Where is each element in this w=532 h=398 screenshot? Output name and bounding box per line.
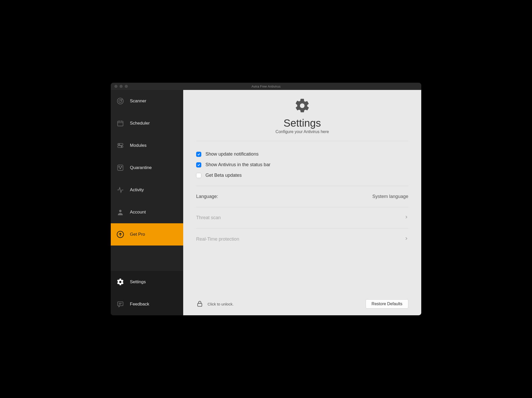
sidebar: Scanner Scheduler Modules bbox=[111, 90, 183, 315]
titlebar[interactable]: Avira Free Antivirus bbox=[111, 83, 421, 90]
svg-point-18 bbox=[119, 210, 121, 212]
page-subtitle: Configure your Antivirus here bbox=[276, 129, 329, 134]
page-title: Settings bbox=[284, 117, 321, 129]
svg-rect-12 bbox=[118, 146, 123, 148]
row-label: Threat scan bbox=[196, 215, 221, 220]
minimize-window-button[interactable] bbox=[120, 85, 123, 88]
language-value: System language bbox=[372, 194, 408, 199]
option-status-bar[interactable]: Show Antivirus in the status bar bbox=[196, 162, 408, 167]
general-options: Show update notifications Show Antivirus… bbox=[196, 141, 408, 186]
toggles-icon bbox=[116, 142, 124, 149]
svg-point-15 bbox=[119, 166, 120, 167]
sidebar-item-account[interactable]: Account bbox=[111, 201, 183, 223]
option-update-notifications[interactable]: Show update notifications bbox=[196, 151, 408, 157]
chevron-right-icon bbox=[404, 215, 408, 220]
sidebar-item-label: Feedback bbox=[130, 302, 149, 307]
settings-footer: Click to unlock. Restore Defaults bbox=[183, 294, 421, 315]
sidebar-item-get-pro[interactable]: Get Pro bbox=[111, 223, 183, 246]
person-icon bbox=[116, 208, 124, 216]
sidebar-item-label: Scheduler bbox=[130, 121, 150, 126]
sidebar-item-label: Quarantine bbox=[130, 165, 152, 170]
sidebar-item-scanner[interactable]: Scanner bbox=[111, 90, 183, 112]
settings-header: Settings Configure your Antivirus here bbox=[196, 98, 408, 141]
chevron-right-icon bbox=[404, 236, 408, 242]
lock-icon bbox=[196, 300, 203, 308]
option-beta-updates[interactable]: Get Beta updates bbox=[196, 173, 408, 178]
realtime-protection-row[interactable]: Real-Time protection bbox=[196, 228, 408, 250]
window-body: Scanner Scheduler Modules bbox=[111, 90, 421, 315]
dice-icon bbox=[116, 164, 124, 172]
sidebar-item-feedback[interactable]: Feedback bbox=[111, 293, 183, 315]
close-window-button[interactable] bbox=[114, 85, 117, 88]
sidebar-item-scheduler[interactable]: Scheduler bbox=[111, 112, 183, 134]
content-pane: Settings Configure your Antivirus here S… bbox=[183, 90, 421, 315]
sidebar-main-nav: Scanner Scheduler Modules bbox=[111, 90, 183, 271]
sidebar-bottom-nav: Settings Feedback bbox=[111, 271, 183, 315]
sidebar-item-modules[interactable]: Modules bbox=[111, 134, 183, 157]
svg-rect-24 bbox=[198, 303, 202, 306]
option-label: Show Antivirus in the status bar bbox=[205, 162, 270, 167]
gear-icon bbox=[294, 98, 310, 115]
zoom-window-button[interactable] bbox=[125, 85, 128, 88]
sidebar-item-label: Account bbox=[130, 210, 146, 215]
threat-scan-row[interactable]: Threat scan bbox=[196, 207, 408, 228]
language-row[interactable]: Language: System language bbox=[196, 186, 408, 207]
sidebar-item-label: Scanner bbox=[130, 98, 146, 104]
svg-rect-3 bbox=[118, 121, 123, 126]
window-controls bbox=[111, 85, 128, 88]
checkbox[interactable] bbox=[196, 173, 201, 178]
svg-point-11 bbox=[119, 144, 120, 145]
svg-line-2 bbox=[120, 99, 122, 101]
svg-rect-10 bbox=[118, 143, 123, 145]
calendar-icon bbox=[116, 119, 124, 127]
unlock-control[interactable]: Click to unlock. bbox=[196, 300, 234, 308]
svg-rect-21 bbox=[118, 302, 123, 306]
sidebar-item-settings[interactable]: Settings bbox=[111, 271, 183, 293]
pulse-icon bbox=[116, 186, 124, 194]
chat-icon bbox=[116, 300, 124, 308]
row-label: Real-Time protection bbox=[196, 236, 239, 242]
restore-defaults-button[interactable]: Restore Defaults bbox=[366, 299, 408, 309]
svg-point-13 bbox=[121, 146, 122, 147]
sidebar-item-label: Modules bbox=[130, 143, 146, 148]
sidebar-item-label: Activity bbox=[130, 187, 144, 193]
sidebar-item-activity[interactable]: Activity bbox=[111, 179, 183, 201]
gear-icon bbox=[116, 278, 124, 286]
row-label: Language: bbox=[196, 194, 218, 199]
radar-icon bbox=[116, 97, 124, 105]
content-inner: Settings Configure your Antivirus here S… bbox=[183, 90, 421, 294]
checkbox[interactable] bbox=[196, 152, 201, 157]
sidebar-item-quarantine[interactable]: Quarantine bbox=[111, 157, 183, 179]
upgrade-icon bbox=[116, 231, 124, 238]
unlock-hint: Click to unlock. bbox=[208, 302, 234, 306]
svg-point-17 bbox=[121, 166, 122, 167]
checkbox[interactable] bbox=[196, 162, 201, 167]
sidebar-item-label: Get Pro bbox=[130, 232, 145, 237]
window-title: Avira Free Antivirus bbox=[111, 85, 421, 88]
app-window: Avira Free Antivirus Scanner Scheduler bbox=[111, 83, 421, 315]
sidebar-item-label: Settings bbox=[130, 279, 146, 285]
option-label: Show update notifications bbox=[205, 151, 258, 157]
svg-point-16 bbox=[120, 168, 121, 169]
option-label: Get Beta updates bbox=[205, 173, 242, 178]
